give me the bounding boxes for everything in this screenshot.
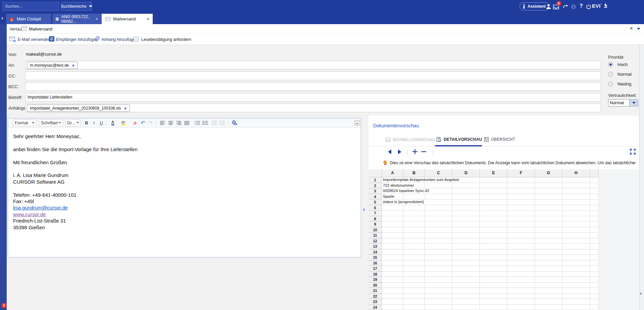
next-page-button[interactable] [398,149,401,154]
previous-page-button[interactable] [388,149,391,154]
fullscreen-icon[interactable] [630,148,636,155]
redo-button[interactable]: ↷ [147,119,154,126]
align-left-button[interactable] [159,119,166,126]
inbox-notification-badge[interactable]: 5 [556,1,561,6]
search-scope-button[interactable]: Suchbereiche [61,2,92,11]
priority-option-hoch[interactable]: Hoch [608,62,628,67]
tab-close-icon[interactable]: ✕ [147,17,149,21]
outdent-button[interactable] [211,119,217,126]
add-attachment-button[interactable]: Anhang hinzufügen [101,37,138,42]
undo-button[interactable]: ↶ [140,119,146,126]
redo-button[interactable] [562,3,569,10]
history-dropdown-chevron[interactable] [637,28,640,30]
notification-badge[interactable]: 5 [1,303,7,308]
send-mail-icon[interactable] [9,37,17,42]
tab-detailvorschau[interactable]: DETAILVORSCHAU [437,137,482,142]
sheet-cell [562,183,590,189]
priority-radio[interactable] [608,81,613,86]
size-dropdown[interactable]: Gr... [65,119,81,126]
recipient-chip[interactable]: m.moneysac@test.de ✕ [27,62,78,69]
paperclip-icon[interactable] [94,36,100,42]
sheet-cell [562,299,590,305]
indent-button[interactable] [219,119,226,126]
attachment-chip[interactable]: Importdatei_Anlagenkonten_20230808_10033… [27,105,130,112]
search-input[interactable] [3,2,61,10]
sheet-row: 30028524 tspartner Sync-ID [368,188,639,194]
tab-scroll-left-chevron[interactable]: › [1,15,3,21]
user-button[interactable] [545,3,552,10]
email-body[interactable]: Sehr geehrter Herr Moneysac, anbei finde… [13,133,349,231]
sheet-cell [403,238,425,244]
sheet-cell [590,216,599,222]
tab-schnellvorschau[interactable]: SCHNELLVORSCHAU [386,137,435,142]
zoom-out-button[interactable] [421,149,427,154]
read-receipt-checkbox[interactable] [134,37,139,42]
numbered-list-button[interactable]: 123 [194,119,201,126]
format-dropdown[interactable]: Format [13,119,37,126]
chip-remove-icon[interactable]: ✕ [124,107,127,110]
spreadsheet[interactable]: ABCDEFGH1Importtemplate Anlagenkonten zu… [368,169,639,310]
insert-link-button[interactable] [231,119,238,126]
sheet-row-header: 22 [368,294,382,299]
detail-preview-icon [437,137,441,142]
bullet-list-button[interactable] [202,119,209,126]
add-recipient-icon[interactable]: @ [49,36,54,42]
tab-close-icon[interactable]: ✕ [96,17,98,21]
sheet-column-header: C [425,169,452,177]
font-dropdown[interactable]: Schriftart [39,119,63,126]
add-recipient-button[interactable]: Empfänger hinzufügen [56,37,98,42]
sheet-row: 23 [368,299,639,305]
tab-uebersicht[interactable]: ÜBERSICHT [484,137,515,142]
sheet-cell [425,255,452,260]
priority-option-niedrig[interactable]: Niedrig [608,81,631,86]
to-field[interactable]: m.moneysac@test.de ✕ [25,61,601,69]
sheet-cell [562,260,590,266]
sheet-cell [452,210,480,216]
sheet-row: 24 [368,305,639,310]
confidentiality-select[interactable]: Normal [608,99,638,107]
select-dropdown-button[interactable] [630,99,638,107]
priority-radio[interactable] [608,62,613,67]
align-center-button[interactable] [167,119,174,126]
history-item[interactable]: Mailversand [29,26,52,32]
highlight-button[interactable]: ab [119,119,128,126]
email-body-link[interactable]: www.cursor.de [13,211,46,217]
font-color-button[interactable]: A [109,119,117,126]
cc-field[interactable] [25,71,601,80]
zoom-in-button[interactable] [412,149,418,154]
bcc-field[interactable] [25,82,601,91]
sheet-cell [507,249,535,255]
chip-remove-icon[interactable]: ✕ [72,64,75,67]
editor-collapse-button[interactable]: ▲ [354,120,360,126]
email-body-link[interactable]: lisa.gundrum@cursor.de [13,205,68,210]
attachments-field[interactable]: Importdatei_Anlagenkonten_20230808_10033… [25,104,601,112]
sheet-cell [382,205,403,211]
underline-button[interactable]: U [98,119,105,126]
align-right-button[interactable] [175,119,182,126]
globe-button[interactable] [570,3,577,10]
collapsed-right-panel-strip[interactable] [639,24,644,310]
subject-field[interactable]: Importdatei Lieferstellen [25,93,601,102]
sheet-cell [507,266,535,271]
tab-ang-document[interactable]: ANG 0001722, 08082... ✕ [52,14,102,24]
italic-button[interactable]: I [91,119,97,126]
remove-format-button[interactable] [131,119,138,126]
priority-option-normal[interactable]: Normal [608,72,632,77]
help-button[interactable]: ? [578,3,585,9]
priority-radio[interactable] [608,72,613,77]
close-icon[interactable]: ✕ [630,26,633,31]
sheet-cell [382,283,403,288]
collapsed-navigation-strip[interactable] [0,24,7,310]
tab-mein-cockpit[interactable]: Mein Cockpit [6,14,51,24]
logout-button[interactable] [585,3,592,10]
tab-mailversand[interactable]: Mailversand ✕ [102,14,153,24]
sheet-cell-text: Sparte [383,194,396,199]
justify-button[interactable] [183,119,190,126]
spreadsheet-viewport: ABCDEFGH1Importtemplate Anlagenkonten zu… [368,169,639,310]
expand-right-panel-chevron[interactable]: ‹ [640,290,642,296]
warning-expand-chevron[interactable] [632,162,636,165]
bold-button[interactable]: B [83,119,90,126]
align-left-icon [160,121,165,125]
sheet-cell [535,238,562,244]
collapse-preview-chevron[interactable]: › [363,206,365,212]
